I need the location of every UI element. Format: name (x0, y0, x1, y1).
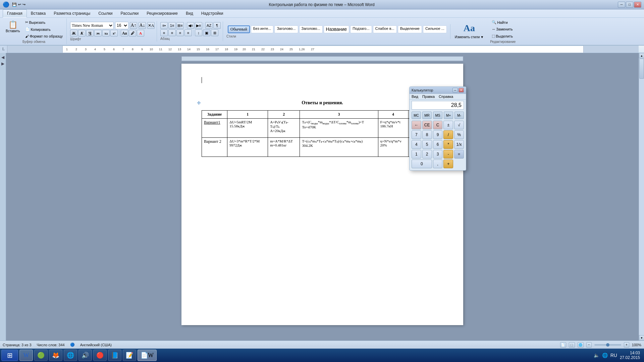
calc-7-button[interactable]: 7 (412, 130, 421, 139)
cut-button[interactable]: ✂ Вырезать (23, 19, 64, 25)
calc-multiply-button[interactable]: * (443, 140, 453, 149)
calc-3-button[interactable]: 3 (433, 150, 443, 159)
copy-button[interactable]: 📄 Копировать (23, 26, 64, 33)
calc-0-button[interactable]: 0 (412, 160, 432, 168)
calc-minus-button[interactable]: - (443, 150, 453, 159)
calc-1-button[interactable]: 1 (412, 150, 421, 159)
underline-button[interactable]: Ч (86, 30, 94, 37)
shading-button[interactable]: ▣ (203, 29, 210, 36)
bullets-button[interactable]: ≡• (160, 22, 168, 29)
scrollbar-thumb[interactable] (639, 59, 644, 79)
sort-button[interactable]: AZ (205, 22, 213, 29)
view-print-button[interactable]: 📄 (560, 342, 566, 348)
taskbar-btn-2[interactable]: 🟢 (34, 350, 48, 361)
calc-ms-button[interactable]: MS (433, 112, 442, 119)
style-emphasis[interactable]: Выделение (398, 25, 422, 33)
taskbar-word-button[interactable]: W (19, 350, 33, 361)
font-name-select[interactable]: Times New Roman (70, 22, 114, 29)
align-right-button[interactable]: ≡ (176, 29, 184, 36)
bold-button[interactable]: Ж (70, 30, 77, 37)
calc-reciprocal-button[interactable]: 1/x (454, 140, 464, 149)
grow-font-button[interactable]: A↑ (130, 22, 137, 29)
multilevel-list-button[interactable]: ⊞≡ (176, 22, 184, 29)
taskbar-btn-4[interactable]: 🌐 (64, 350, 77, 361)
numbering-button[interactable]: 1≡ (168, 22, 176, 29)
strikethrough-button[interactable]: зч (94, 30, 102, 37)
taskbar-btn-7[interactable]: 📘 (108, 350, 121, 361)
calc-sign-button[interactable]: ± (443, 121, 453, 129)
tab-insert[interactable]: Вставка (27, 9, 50, 17)
quick-access-save[interactable]: 💾 (12, 2, 17, 7)
format-painter-button[interactable]: 🖌 Формат по образцу (23, 33, 64, 39)
calc-8-button[interactable]: 8 (422, 130, 432, 139)
italic-button[interactable]: К (78, 30, 86, 37)
increase-indent-button[interactable]: ▶≡ (195, 22, 202, 29)
line-spacing-button[interactable]: ↕ (195, 29, 202, 36)
view-fullscreen-button[interactable]: ⬚ (569, 342, 575, 348)
superscript-button[interactable]: х² (110, 30, 118, 37)
style-intense[interactable]: Сильное ... (423, 25, 447, 33)
calc-4-button[interactable]: 4 (412, 140, 421, 149)
tab-home[interactable]: Главная (3, 9, 27, 18)
expand-button[interactable]: ▶ (1, 61, 4, 66)
style-heading2[interactable]: Заголово... (299, 25, 323, 33)
calc-percent-button[interactable]: % (454, 130, 464, 139)
taskbar-word-active[interactable]: 📄W (138, 350, 157, 361)
table-move-handle[interactable]: ✛ (197, 100, 201, 106)
calc-ce-button[interactable]: CE (422, 121, 432, 129)
collapse-button[interactable]: ◀ (1, 55, 4, 60)
zoom-thumb[interactable] (606, 343, 609, 347)
justify-button[interactable]: ≡ (184, 29, 192, 36)
align-center-button[interactable]: ≡ (168, 29, 176, 36)
calc-6-button[interactable]: 6 (433, 140, 443, 149)
taskbar-btn-5[interactable]: 🔊 (78, 350, 92, 361)
style-heading1[interactable]: Заголово... (274, 25, 298, 33)
font-size-select[interactable]: 16 (115, 22, 128, 29)
select-button[interactable]: ⬚ Выделить (490, 33, 515, 39)
style-subtle[interactable]: Слабое в... (373, 25, 397, 33)
calc-equals-button[interactable]: = (454, 150, 464, 159)
start-button[interactable]: ⊞ (1, 350, 18, 361)
taskbar-btn-3[interactable]: 🦊 (49, 350, 62, 361)
calc-5-button[interactable]: 5 (422, 140, 432, 149)
calc-2-button[interactable]: 2 (422, 150, 432, 159)
tab-mailings[interactable]: Рассылки (116, 9, 143, 17)
calc-sqrt-button[interactable]: √ (454, 121, 464, 129)
calc-plus-button[interactable]: + (443, 160, 453, 168)
font-color-button[interactable]: A (137, 30, 144, 37)
calc-c-button[interactable]: C (433, 121, 443, 129)
quick-access-undo[interactable]: ↩ (18, 2, 21, 7)
decrease-indent-button[interactable]: ◀≡ (187, 22, 194, 29)
style-title[interactable]: Название (324, 25, 350, 33)
calc-menu-view[interactable]: Вид (412, 95, 418, 99)
calc-mminus-button[interactable]: M- (454, 112, 464, 119)
scroll-down-button[interactable]: ▼ (639, 335, 644, 341)
close-button[interactable]: ✕ (634, 2, 641, 8)
tab-addins[interactable]: Надстройки (197, 9, 227, 17)
aa-button[interactable]: Aa (464, 23, 475, 34)
calc-minimize-button[interactable]: ─ (452, 88, 458, 93)
find-button[interactable]: 🔍 Найти (490, 19, 515, 25)
borders-button[interactable]: ⊞ (211, 29, 218, 36)
clear-format-button[interactable]: ✕A (147, 22, 155, 29)
calc-mr-button[interactable]: MR (422, 112, 432, 119)
tab-view[interactable]: Вид (182, 9, 197, 17)
calc-menu-edit[interactable]: Правка (422, 95, 435, 99)
tab-review[interactable]: Рецензирование (143, 9, 182, 17)
calc-divide-button[interactable]: / (443, 130, 453, 139)
calc-backspace-button[interactable]: ← (412, 121, 421, 129)
taskbar-btn-6[interactable]: 🔴 (93, 350, 107, 361)
tab-selector[interactable]: L (0, 46, 7, 53)
tab-page-layout[interactable]: Разметка страницы (50, 9, 94, 17)
zoom-out-button[interactable]: − (586, 342, 592, 348)
minimize-button[interactable]: ─ (618, 2, 625, 8)
style-normal[interactable]: Обычный (228, 25, 250, 33)
style-no-spacing[interactable]: Без инте... (251, 25, 274, 33)
calc-mc-button[interactable]: MC (412, 112, 421, 119)
highlight-button[interactable]: 🖊 (129, 30, 136, 37)
align-left-button[interactable]: ≡ (160, 29, 168, 36)
style-subtitle[interactable]: Подзаго... (350, 25, 372, 33)
calc-close-button[interactable]: ✕ (459, 88, 464, 93)
calc-mplus-button[interactable]: M+ (444, 112, 453, 119)
view-web-button[interactable]: 🌐 (578, 342, 584, 348)
